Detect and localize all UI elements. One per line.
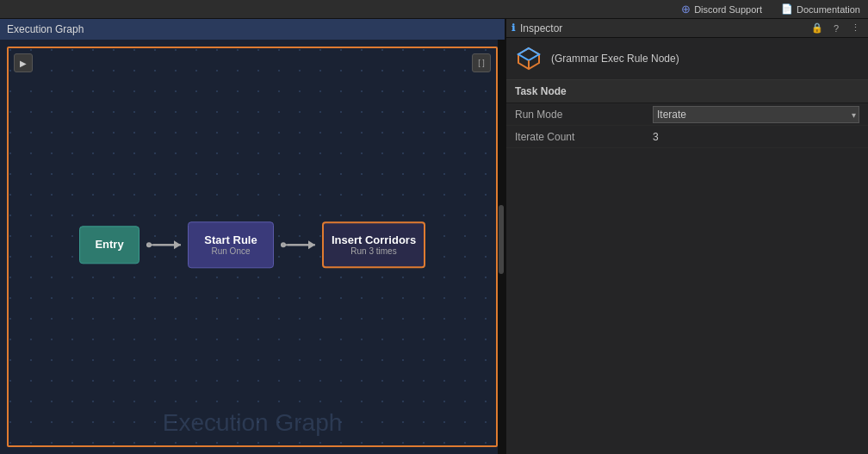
graph-watermark: Execution Graph — [163, 409, 343, 437]
graph-area[interactable]: ▶ [ ] Entry — [0, 40, 505, 454]
task-node-section: Task Node — [506, 80, 868, 103]
start-rule-label: Start Rule — [204, 233, 257, 246]
run-mode-label: Run Mode — [515, 109, 653, 121]
node-entry[interactable]: Entry — [79, 226, 140, 264]
play-icon: ▶ — [20, 59, 27, 68]
arrow-1 — [140, 244, 188, 246]
node-insert-corridors[interactable]: Insert Corridors Run 3 times — [322, 221, 425, 268]
insert-corridors-subtitle: Run 3 times — [350, 246, 396, 256]
run-mode-select[interactable]: Once Iterate Random — [653, 106, 859, 123]
arrow-2 — [274, 244, 322, 246]
inspector-panel: ℹ Inspector 🔒 ? ⋮ (Grammar Exec Rule Nod… — [506, 19, 868, 454]
lock-button[interactable]: 🔒 — [809, 21, 825, 36]
inspector-title: Inspector — [520, 22, 804, 34]
top-bar: ⊕ Discord Support 📄 Documentation — [0, 0, 868, 19]
panel-header: Execution Graph — [0, 19, 505, 40]
left-panel: Execution Graph ▶ [ ] Entry — [0, 19, 506, 454]
arrow-head-2 — [308, 240, 315, 249]
collapse-button[interactable]: [ ] — [472, 53, 491, 72]
discord-label: Discord Support — [694, 4, 762, 15]
discord-support-button[interactable]: ⊕ Discord Support — [677, 1, 766, 17]
iterate-count-row: Iterate Count 3 — [506, 126, 868, 148]
node-info-row: (Grammar Exec Rule Node) — [506, 38, 868, 80]
inspector-actions: 🔒 ? ⋮ — [809, 21, 863, 36]
arrow-stem-2 — [288, 244, 308, 246]
node-cube-icon — [515, 45, 542, 72]
iterate-count-value: 3 — [653, 131, 859, 143]
arrow-line-2 — [281, 244, 315, 246]
run-mode-row: Run Mode Once Iterate Random — [506, 103, 868, 126]
help-button[interactable]: ? — [828, 21, 844, 36]
run-mode-select-wrapper: Once Iterate Random — [653, 106, 859, 123]
info-icon: ℹ — [512, 22, 515, 34]
entry-label: Entry — [95, 238, 123, 251]
collapse-icon: [ ] — [478, 59, 485, 67]
documentation-button[interactable]: 📄 Documentation — [777, 2, 865, 16]
panel-title: Execution Graph — [7, 23, 84, 35]
arrow-dot-1 — [146, 242, 152, 247]
main-layout: Execution Graph ▶ [ ] Entry — [0, 19, 868, 454]
svg-marker-1 — [518, 48, 539, 60]
discord-icon: ⊕ — [681, 3, 691, 16]
start-rule-subtitle: Run Once — [211, 246, 250, 256]
play-button[interactable]: ▶ — [14, 53, 33, 72]
arrow-stem-1 — [153, 244, 174, 246]
arrow-dot-2 — [281, 242, 286, 247]
insert-corridors-label: Insert Corridors — [332, 233, 416, 246]
doc-icon: 📄 — [781, 3, 793, 15]
docs-label: Documentation — [797, 4, 860, 15]
scrollbar-thumb — [499, 205, 504, 274]
nodes-container: Entry Start Rule Run Once — [79, 221, 425, 268]
node-start-rule[interactable]: Start Rule Run Once — [188, 221, 274, 268]
inspector-header: ℹ Inspector 🔒 ? ⋮ — [506, 19, 868, 38]
iterate-count-text: 3 — [653, 131, 659, 143]
arrow-head-1 — [174, 240, 181, 249]
node-name: (Grammar Exec Rule Node) — [551, 53, 679, 65]
menu-button[interactable]: ⋮ — [847, 21, 863, 36]
scrollbar-vertical[interactable] — [498, 40, 505, 454]
run-mode-value: Once Iterate Random — [653, 106, 859, 123]
arrow-line-1 — [146, 244, 181, 246]
iterate-count-label: Iterate Count — [515, 131, 653, 143]
